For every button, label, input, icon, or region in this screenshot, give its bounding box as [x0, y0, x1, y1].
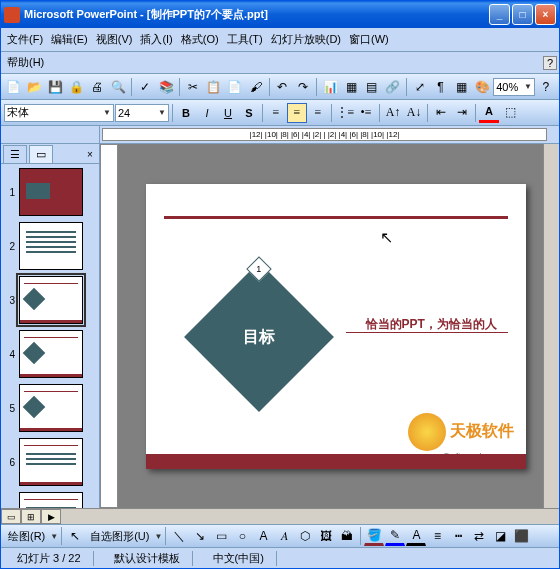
thumb-row[interactable]: 1: [3, 168, 97, 216]
increase-indent-button[interactable]: ⇥: [452, 103, 472, 123]
help-search-button[interactable]: ?: [543, 56, 557, 70]
font-color-button[interactable]: A: [479, 103, 499, 123]
copy-button[interactable]: 📋: [204, 77, 224, 97]
outline-tab[interactable]: ☰: [3, 145, 27, 163]
select-objects-button[interactable]: ↖: [65, 526, 85, 546]
design-button[interactable]: ⬚: [500, 103, 520, 123]
slide-edit-area[interactable]: 目标 1 恰当的PPT，为恰当的人 天极软件 Soft.yesky.com ↖: [100, 144, 559, 508]
thumbnail-list[interactable]: 1 2 3 4 5 6 7 8 9: [1, 164, 99, 508]
print-button[interactable]: 🖨: [88, 77, 108, 97]
autoshapes-menu[interactable]: 自选图形(U): [86, 529, 153, 544]
shadow-style-button[interactable]: ◪: [490, 526, 510, 546]
help-button[interactable]: ?: [536, 77, 556, 97]
cut-button[interactable]: ✂: [183, 77, 203, 97]
spellcheck-button[interactable]: ✓: [135, 77, 155, 97]
increase-font-button[interactable]: A↑: [383, 103, 403, 123]
oval-button[interactable]: ○: [232, 526, 252, 546]
thumb-row[interactable]: 5: [3, 384, 97, 432]
color-button[interactable]: 🎨: [472, 77, 492, 97]
menu-tools[interactable]: 工具(T): [223, 30, 267, 49]
slide-thumb-4[interactable]: [19, 330, 83, 378]
zoom-combo[interactable]: 40%▼: [493, 78, 535, 96]
redo-button[interactable]: ↷: [293, 77, 313, 97]
wordart-button[interactable]: 𝐴: [274, 526, 294, 546]
expand-button[interactable]: ⤢: [410, 77, 430, 97]
show-formatting-button[interactable]: ¶: [431, 77, 451, 97]
thumb-row[interactable]: 2: [3, 222, 97, 270]
paste-button[interactable]: 📄: [225, 77, 245, 97]
slide-thumb-5[interactable]: [19, 384, 83, 432]
close-button[interactable]: ×: [535, 4, 556, 25]
dash-style-button[interactable]: ┅: [448, 526, 468, 546]
table-button[interactable]: ▦: [341, 77, 361, 97]
textbox-button[interactable]: A: [253, 526, 273, 546]
permission-button[interactable]: 🔒: [67, 77, 87, 97]
thumb-row[interactable]: 6: [3, 438, 97, 486]
format-painter-button[interactable]: 🖌: [246, 77, 266, 97]
menu-slideshow[interactable]: 幻灯片放映(D): [267, 30, 345, 49]
undo-button[interactable]: ↶: [273, 77, 293, 97]
italic-button[interactable]: I: [197, 103, 217, 123]
maximize-button[interactable]: □: [512, 4, 533, 25]
underline-button[interactable]: U: [218, 103, 238, 123]
slideshow-view-button[interactable]: ▶: [41, 509, 61, 524]
font-combo[interactable]: 宋体▼: [4, 104, 114, 122]
sorter-view-button[interactable]: ⊞: [21, 509, 41, 524]
chart-button[interactable]: 📊: [320, 77, 340, 97]
menu-window[interactable]: 窗口(W): [345, 30, 393, 49]
menu-file[interactable]: 文件(F): [3, 30, 47, 49]
bullets-button[interactable]: •≡: [356, 103, 376, 123]
thumb-row[interactable]: 7: [3, 492, 97, 508]
arrow-style-button[interactable]: ⇄: [469, 526, 489, 546]
line-button[interactable]: ＼: [169, 526, 189, 546]
clipart-button[interactable]: 🖼: [316, 526, 336, 546]
menu-edit[interactable]: 编辑(E): [47, 30, 92, 49]
diagram-button[interactable]: ⬡: [295, 526, 315, 546]
research-button[interactable]: 📚: [156, 77, 176, 97]
horizontal-ruler[interactable]: |12| |10| |8| |6| |4| |2| | |2| |4| |6| …: [102, 128, 547, 141]
menu-help[interactable]: 帮助(H): [3, 53, 48, 72]
picture-button[interactable]: 🏔: [337, 526, 357, 546]
slide-thumb-3[interactable]: [19, 276, 83, 324]
vertical-scrollbar[interactable]: [543, 144, 559, 508]
new-button[interactable]: 📄: [4, 77, 24, 97]
open-button[interactable]: 📂: [25, 77, 45, 97]
line-color-button[interactable]: ✎: [385, 526, 405, 546]
menu-format[interactable]: 格式(O): [177, 30, 223, 49]
slide-subtitle[interactable]: 恰当的PPT，为恰当的人: [366, 316, 497, 333]
slide-canvas[interactable]: 目标 1 恰当的PPT，为恰当的人 天极软件 Soft.yesky.com: [146, 184, 526, 469]
titlebar[interactable]: Microsoft PowerPoint - [制作PPT的7个要点.ppt] …: [1, 1, 559, 28]
grid-button[interactable]: ▦: [452, 77, 472, 97]
preview-button[interactable]: 🔍: [108, 77, 128, 97]
slide-thumb-6[interactable]: [19, 438, 83, 486]
hyperlink-button[interactable]: 🔗: [383, 77, 403, 97]
align-right-button[interactable]: ≡: [308, 103, 328, 123]
align-left-button[interactable]: ≡: [266, 103, 286, 123]
diamond-shape[interactable]: 目标 1: [184, 262, 334, 412]
font-color-button[interactable]: A: [406, 526, 426, 546]
decrease-indent-button[interactable]: ⇤: [431, 103, 451, 123]
slide-thumb-1[interactable]: [19, 168, 83, 216]
minimize-button[interactable]: _: [489, 4, 510, 25]
vertical-ruler[interactable]: [100, 144, 118, 508]
bold-button[interactable]: B: [176, 103, 196, 123]
rectangle-button[interactable]: ▭: [211, 526, 231, 546]
fontsize-combo[interactable]: 24▼: [115, 104, 169, 122]
pane-close-button[interactable]: ×: [83, 149, 97, 163]
menu-insert[interactable]: 插入(I): [136, 30, 176, 49]
thumb-row[interactable]: 4: [3, 330, 97, 378]
draw-menu[interactable]: 绘图(R): [4, 529, 49, 544]
menu-view[interactable]: 视图(V): [92, 30, 137, 49]
slides-tab[interactable]: ▭: [29, 145, 53, 163]
tables-borders-button[interactable]: ▤: [362, 77, 382, 97]
shadow-button[interactable]: S: [239, 103, 259, 123]
slide-thumb-7[interactable]: [19, 492, 83, 508]
line-style-button[interactable]: ≡: [427, 526, 447, 546]
slide-thumb-2[interactable]: [19, 222, 83, 270]
numbering-button[interactable]: ⋮≡: [335, 103, 355, 123]
thumb-row[interactable]: 3: [3, 276, 97, 324]
decrease-font-button[interactable]: A↓: [404, 103, 424, 123]
3d-style-button[interactable]: ⬛: [511, 526, 531, 546]
save-button[interactable]: 💾: [46, 77, 66, 97]
align-center-button[interactable]: ≡: [287, 103, 307, 123]
